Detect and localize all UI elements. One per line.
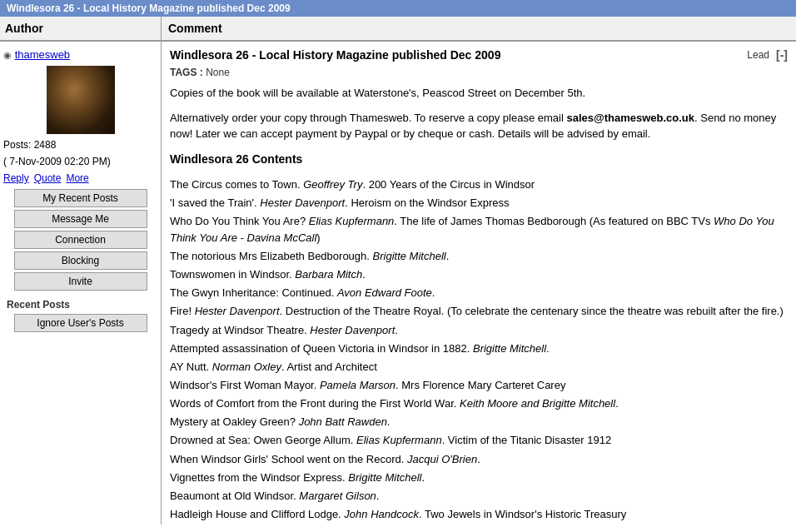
comment-column: Windlesora 26 - Local History Magazine p… (162, 42, 796, 532)
posts-info: Posts: 2488 (3, 139, 157, 151)
date-info: ( 7-Nov-2009 02:20 PM) (3, 156, 157, 167)
paragraph-2: Alternatively order your copy through Th… (170, 110, 788, 142)
headers-row: Author Comment (0, 17, 796, 42)
contents-item-15: When Windsor Girls' School went on the R… (170, 451, 788, 468)
quote-link[interactable]: Quote (34, 172, 62, 184)
window-title-text: Windlesora 26 - Local History Magazine p… (7, 2, 291, 14)
contents-item-9: Attempted assassination of Queen Victori… (170, 341, 788, 357)
tags-label: TAGS : (170, 67, 203, 78)
paragraph-1: Copies of the book will be available at … (170, 85, 788, 102)
blocking-button[interactable]: Blocking (14, 251, 147, 270)
reply-link[interactable]: Reply (3, 172, 29, 184)
message-me-button[interactable]: Message Me (14, 210, 147, 228)
contents-item-7: Fire! Hester Davenport. Destruction of t… (170, 303, 788, 320)
contents-item-18: Hadleigh House and Clifford Lodge. John … (170, 506, 788, 523)
more-link[interactable]: More (66, 172, 88, 184)
post-title-bar: Windlesora 26 - Local History Magazine p… (170, 48, 788, 62)
recent-posts-button[interactable]: My Recent Posts (14, 189, 147, 207)
recent-posts-label: Recent Posts (7, 299, 157, 311)
lead-badge: Lead (747, 49, 769, 61)
tags-line: TAGS : None (170, 67, 788, 78)
contents-item-16: Vignettes from the Windsor Express. Brig… (170, 470, 788, 486)
contents-item-10: AY Nutt. Norman Oxley. Artist and Archit… (170, 359, 788, 375)
avatar (47, 66, 115, 134)
post-body: Copies of the book will be available at … (170, 85, 788, 532)
post-title-text: Windlesora 26 - Local History Magazine p… (170, 48, 500, 62)
contents-item-8: Tragedy at Windsor Theatre. Hester Daven… (170, 322, 788, 339)
contents-item-3: Who Do You Think You Are? Elias Kupferma… (170, 213, 788, 246)
contents-item-2: 'I saved the Train'. Hester Davenport. H… (170, 195, 788, 211)
contents-item-12: Words of Comfort from the Front during t… (170, 395, 788, 412)
ignore-user-button[interactable]: Ignore User's Posts (14, 314, 147, 332)
email-address: sales@thamesweb.co.uk (566, 112, 694, 124)
tags-value: None (206, 67, 230, 78)
contents-item-1: The Circus comes to Town. Geoffrey Try. … (170, 177, 788, 193)
contents-item-13: Mystery at Oakley Green? John Batt Rawde… (170, 414, 788, 430)
online-bullet: ◉ (3, 50, 12, 60)
author-column-header: Author (0, 17, 162, 40)
contents-item-6: The Gwyn Inheritance: Continued. Avon Ed… (170, 285, 788, 301)
contents-item-14: Drowned at Sea: Owen George Allum. Elias… (170, 432, 788, 449)
connection-button[interactable]: Connection (14, 231, 147, 249)
contents-list: The Circus comes to Town. Geoffrey Try. … (170, 177, 788, 524)
author-column: ◉ thamesweb Posts: 2488 ( 7-Nov-2009 02:… (0, 42, 162, 525)
invite-button[interactable]: Invite (14, 272, 147, 291)
corner-bracket[interactable]: [-] (776, 48, 788, 62)
comment-column-header: Comment (162, 17, 796, 40)
contents-heading: Windlesora 26 Contents (170, 151, 788, 168)
window-title-bar: Windlesora 26 - Local History Magazine p… (0, 0, 796, 17)
contents-item-17: Beaumont at Old Windsor. Margaret Gilson… (170, 488, 788, 505)
contents-item-4: The notorious Mrs Elizabeth Bedborough. … (170, 248, 788, 265)
contents-item-11: Windsor's First Woman Mayor. Pamela Mars… (170, 377, 788, 394)
contents-item-5: Townswomen in Windsor. Barbara Mitch. (170, 266, 788, 283)
username-link[interactable]: thamesweb (15, 48, 70, 61)
